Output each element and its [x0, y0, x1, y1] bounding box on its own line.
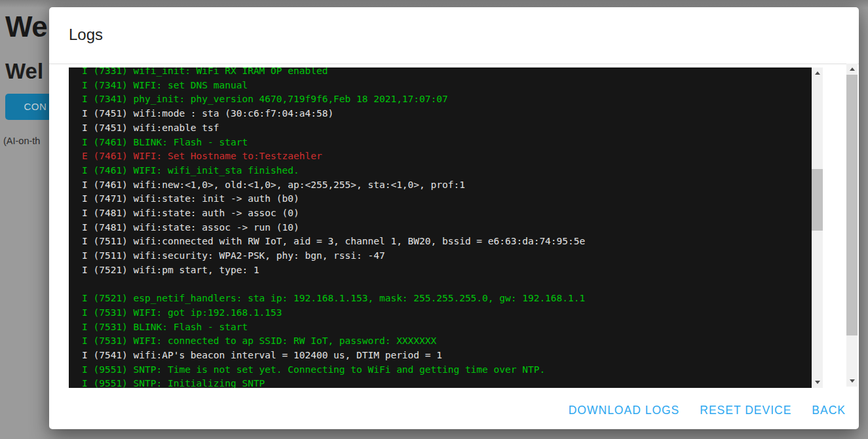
- download-logs-button[interactable]: DOWNLOAD LOGS: [569, 404, 680, 417]
- log-line: I (7511) wifi:connected with RW IoT, aid…: [82, 235, 812, 249]
- scroll-up-icon: [815, 71, 820, 75]
- log-line: I (7471) wifi:state: init -> auth (b0): [82, 192, 812, 206]
- log-line: I (7461) WIFI: wifi_init_sta finished.: [82, 164, 812, 178]
- log-line: I (7451) wifi:mode : sta (30:c6:f7:04:a4…: [82, 107, 812, 121]
- log-scrollbar-track[interactable]: [812, 79, 823, 377]
- log-scrollbar[interactable]: [812, 67, 823, 388]
- log-line: I (7511) wifi:security: WPA2-PSK, phy: b…: [82, 249, 812, 263]
- log-scroll-up-button[interactable]: [812, 67, 823, 79]
- log-line: E (7461) WIFI: Set Hostname to:Testzaehl…: [82, 149, 812, 164]
- log-line: I (7481) wifi:state: assoc -> run (10): [82, 221, 812, 235]
- scroll-down-icon: [815, 381, 820, 384]
- log-line: I (7531) BLINK: Flash - start: [82, 320, 812, 335]
- modal-scrollbar[interactable]: [846, 64, 858, 387]
- log-line: I (7521) esp_netif_handlers: sta ip: 192…: [82, 292, 812, 306]
- log-line: I (7461) BLINK: Flash - start: [82, 136, 812, 150]
- modal-scroll-up-button[interactable]: [846, 64, 858, 75]
- log-line: I (7521) wifi:pm start, type: 1: [82, 263, 812, 278]
- modal-title: Logs: [69, 26, 103, 44]
- modal-scrollbar-track[interactable]: [846, 75, 858, 375]
- page-heading-primary: We: [5, 10, 47, 43]
- log-line: I (7481) wifi:state: auth -> assoc (0): [82, 206, 812, 221]
- log-content: I (7331) wifi_init: WiFi RX IRAM OP enab…: [69, 67, 812, 388]
- log-line: I (7451) wifi:enable tsf: [82, 121, 812, 136]
- log-line: I (7541) wifi:AP's beacon interval = 102…: [82, 349, 812, 363]
- modal-scrollbar-thumb[interactable]: [846, 75, 858, 335]
- reset-device-button[interactable]: RESET DEVICE: [700, 404, 791, 417]
- logs-modal: Logs I (7331) wifi_init: WiFi RX IRAM OP…: [49, 7, 859, 429]
- back-button[interactable]: BACK: [812, 404, 846, 417]
- log-line: I (7461) wifi:new:<1,0>, old:<1,0>, ap:<…: [82, 178, 812, 193]
- log-scrollbar-thumb[interactable]: [812, 169, 823, 231]
- log-line: I (7531) WIFI: got ip:192.168.1.153: [82, 306, 812, 320]
- page-caption: (AI-on-th: [3, 136, 40, 146]
- log-line: [82, 278, 812, 292]
- log-scroll-down-button[interactable]: [812, 377, 823, 388]
- log-line: I (7341) WIFI: set DNS manual: [82, 79, 812, 93]
- scroll-up-icon: [850, 67, 855, 71]
- log-line: I (7341) phy_init: phy_version 4670,719f…: [82, 92, 812, 107]
- header-divider: [49, 64, 859, 64]
- log-line: I (9551) SNTP: Time is not set yet. Conn…: [82, 363, 812, 377]
- log-terminal[interactable]: I (7331) wifi_init: WiFi RX IRAM OP enab…: [69, 67, 823, 388]
- scroll-down-icon: [850, 379, 855, 383]
- modal-footer: DOWNLOAD LOGS RESET DEVICE BACK: [49, 391, 859, 429]
- log-line: I (7531) WIFI: connected to ap SSID: RW …: [82, 334, 812, 349]
- modal-header: Logs: [49, 7, 859, 64]
- page-heading-secondary: Wel: [5, 59, 43, 84]
- log-line: I (9551) SNTP: Initializing SNTP: [82, 377, 812, 388]
- modal-scroll-down-button[interactable]: [846, 375, 858, 387]
- log-line: I (7331) wifi_init: WiFi RX IRAM OP enab…: [82, 67, 812, 79]
